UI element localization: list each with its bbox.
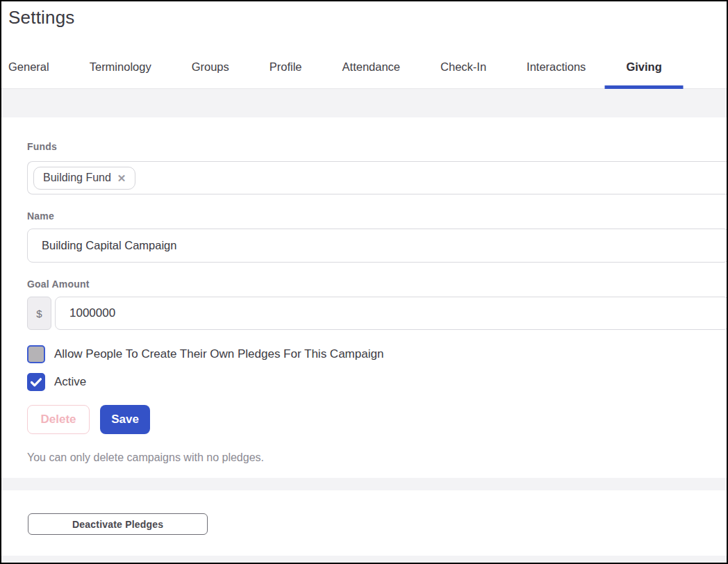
save-button[interactable]: Save	[100, 405, 150, 434]
name-input[interactable]	[27, 229, 728, 263]
funds-multiselect[interactable]: Building Fund ✕	[27, 161, 728, 194]
close-icon[interactable]: ✕	[117, 173, 126, 183]
fund-tag-label: Building Fund	[43, 172, 111, 184]
pledges-section: Deactivate Pledges	[1, 490, 727, 535]
allow-pledges-checkbox[interactable]	[27, 345, 45, 363]
tab-terminology[interactable]: Terminology	[90, 60, 151, 88]
tab-giving[interactable]: Giving	[626, 60, 661, 88]
allow-pledges-row: Allow People To Create Their Own Pledges…	[27, 345, 727, 363]
delete-button[interactable]: Delete	[27, 405, 90, 434]
active-label: Active	[54, 375, 86, 389]
tab-bar: GeneralTerminologyGroupsProfileAttendanc…	[1, 60, 727, 89]
active-checkbox[interactable]	[27, 373, 45, 391]
section-divider-top	[1, 89, 727, 117]
fund-tag: Building Fund ✕	[33, 167, 135, 190]
tab-profile[interactable]: Profile	[270, 60, 302, 88]
allow-pledges-label: Allow People To Create Their Own Pledges…	[54, 347, 383, 361]
checkmark-icon	[31, 378, 42, 387]
name-label: Name	[27, 210, 727, 222]
settings-window: Settings GeneralTerminologyGroupsProfile…	[0, 0, 728, 564]
funds-label: Funds	[27, 141, 727, 152]
deactivate-pledges-button[interactable]: Deactivate Pledges	[28, 513, 208, 535]
page-title: Settings	[8, 7, 727, 28]
active-row: Active	[27, 373, 727, 391]
tab-interactions[interactable]: Interactions	[527, 60, 586, 88]
delete-helper-text: You can only delete campaigns with no pl…	[27, 451, 727, 464]
goal-amount-label: Goal Amount	[27, 279, 727, 290]
goal-amount-group: $	[27, 297, 728, 330]
page-header: Settings	[1, 1, 727, 28]
goal-amount-input[interactable]	[55, 297, 728, 330]
bottom-strip	[1, 556, 727, 563]
form-actions: Delete Save	[27, 405, 727, 434]
section-divider-bottom	[1, 478, 727, 490]
campaign-form: Funds Building Fund ✕ Name Goal Amount $…	[1, 117, 727, 478]
tab-attendance[interactable]: Attendance	[342, 60, 400, 88]
tab-check-in[interactable]: Check-In	[440, 60, 486, 88]
tab-general[interactable]: General	[8, 60, 49, 88]
currency-prefix: $	[27, 297, 51, 330]
tab-groups[interactable]: Groups	[192, 60, 229, 88]
